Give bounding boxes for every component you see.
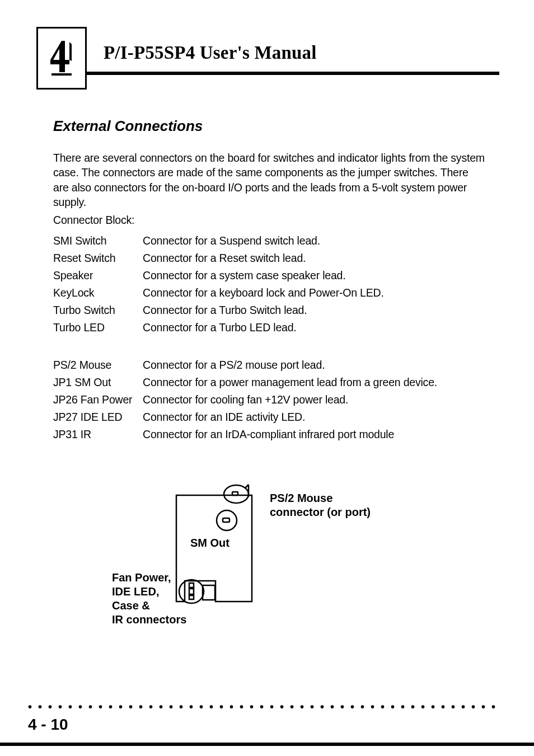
svg-rect-10 [203,585,215,600]
diagram-label-text: Fan Power, [112,571,171,584]
table-row: KeyLockConnector for a keyboard lock and… [53,284,486,302]
connector-desc: Connector for a Reset switch lead. [143,250,486,267]
diagram-label-text: IDE LED, [112,585,159,598]
footer-dot-leader: ••••••••••••••••••••••••••••••••••••••••… [28,701,499,708]
table-row: JP31 IRConnector for an IrDA-compliant i… [53,426,486,443]
page-number: 4 - 10 [28,716,68,734]
connector-desc: Connector for a Turbo LED lead. [143,319,486,336]
table-row: Turbo SwitchConnector for a Turbo Switch… [53,302,486,319]
connector-name: Turbo LED [53,319,143,336]
connector-desc: Connector for cooling fan +12V power lea… [143,391,486,408]
diagram-label-text: connector (or port) [270,506,371,518]
connector-desc: Connector for a power management lead fr… [143,374,486,391]
connector-name: JP1 SM Out [53,374,143,391]
table-row: Turbo LEDConnector for a Turbo LED lead. [53,319,486,336]
table-row: PS/2 MouseConnector for a PS/2 mouse por… [53,356,486,374]
header-rule [87,72,499,75]
board-diagram: SM Out PS/2 Mouse connector (or port) Fa… [112,481,392,649]
connector-name: KeyLock [53,284,143,302]
diagram-label-left-cluster: Fan Power, IDE LED, Case & IR connectors [112,571,186,627]
svg-rect-5 [223,518,229,522]
connector-name: Reset Switch [53,250,143,267]
connector-desc: Connector for a Turbo Switch lead. [143,302,486,319]
svg-rect-7 [189,583,194,588]
section-title: External Connections [53,118,486,135]
connector-name: SMI Switch [53,232,143,250]
table-row: JP1 SM OutConnector for a power manageme… [53,374,486,391]
connector-name: JP27 IDE LED [53,408,143,426]
svg-rect-1 [232,492,238,495]
svg-rect-9 [189,595,194,599]
page-header: P/I-P55SP4 User's Manual [36,27,499,90]
svg-point-4 [217,510,237,530]
table-row: JP27 IDE LEDConnector for an IDE activit… [53,408,486,426]
table-row: JP26 Fan PowerConnector for cooling fan … [53,391,486,408]
connector-name: JP26 Fan Power [53,391,143,408]
diagram-label-text: IR connectors [112,613,186,626]
connector-desc: Connector for an IDE activity LED. [143,408,486,426]
chapter-number-box [36,27,87,90]
diagram-label-ps2: PS/2 Mouse connector (or port) [270,491,371,519]
svg-point-0 [224,485,249,503]
connector-name: PS/2 Mouse [53,356,143,374]
connector-desc: Connector for a PS/2 mouse port lead. [143,356,486,374]
connector-block-label: Connector Block: [53,214,486,227]
svg-rect-8 [189,589,194,594]
table-row: SpeakerConnector for a system case speak… [53,267,486,284]
connector-desc: Connector for a keyboard lock and Power-… [143,284,486,302]
manual-title: P/I-P55SP4 User's Manual [104,43,317,63]
connector-name: JP31 IR [53,426,143,443]
chapter-number-glyph [48,39,75,78]
table-row: SMI SwitchConnector for a Suspend switch… [53,232,486,250]
footer-rule [0,743,534,746]
connector-name: Speaker [53,267,143,284]
connector-desc: Connector for a Suspend switch lead. [143,232,486,250]
diagram-label-text: PS/2 Mouse [270,492,332,504]
connector-name: Turbo Switch [53,302,143,319]
page-content: External Connections There are several c… [53,118,486,443]
connector-desc: Connector for an IrDA-compliant infrared… [143,426,486,443]
diagram-label-text: Case & [112,599,150,612]
connector-table-1: SMI SwitchConnector for a Suspend switch… [53,232,486,443]
diagram-label-sm-out: SM Out [190,536,229,550]
connector-desc: Connector for a system case speaker lead… [143,267,486,284]
intro-paragraph: There are several connectors on the boar… [53,151,486,209]
manual-page: P/I-P55SP4 User's Manual External Connec… [0,0,534,756]
table-row: Reset SwitchConnector for a Reset switch… [53,250,486,267]
table-gap [53,336,486,356]
